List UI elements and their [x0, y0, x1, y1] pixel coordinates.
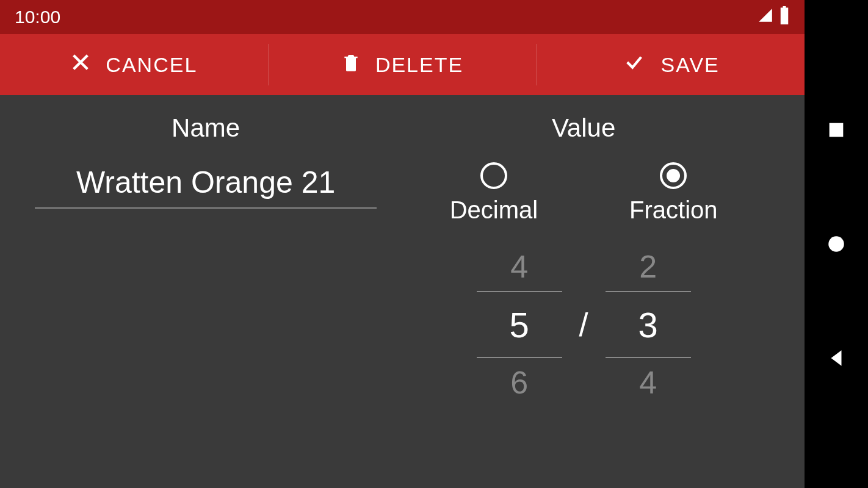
save-button[interactable]: SAVE — [537, 34, 805, 95]
value-column: Value Decimal Fraction 4 — [387, 113, 780, 488]
value-label: Value — [552, 113, 615, 143]
status-time: 10:00 — [15, 7, 60, 27]
check-icon — [622, 52, 646, 77]
radio-fraction-label: Fraction — [629, 196, 718, 224]
save-label: SAVE — [661, 53, 720, 77]
svg-point-1 — [828, 236, 844, 252]
signal-icon — [757, 7, 774, 27]
numerator-picker[interactable]: 4 5 6 — [477, 242, 562, 407]
svg-rect-0 — [830, 123, 844, 137]
screen: 10:00 CANCEL DE — [0, 0, 805, 488]
delete-button[interactable]: DELETE — [269, 34, 537, 95]
radio-dot-icon — [667, 169, 680, 182]
cancel-label: CANCEL — [106, 53, 197, 77]
radio-group: Decimal Fraction — [450, 162, 718, 224]
name-input[interactable] — [35, 160, 377, 209]
android-nav-bar — [805, 0, 868, 488]
battery-icon — [779, 6, 790, 29]
fraction-picker: 4 5 6 / 2 3 4 — [477, 242, 691, 407]
home-button[interactable] — [826, 234, 847, 254]
numerator-next: 6 — [510, 358, 528, 407]
action-bar: CANCEL DELETE SAVE — [0, 34, 805, 95]
name-label: Name — [172, 113, 240, 143]
fraction-slash: / — [579, 306, 588, 343]
denominator-next: 4 — [639, 358, 657, 407]
delete-label: DELETE — [375, 53, 463, 77]
status-icons — [757, 6, 790, 29]
content: Name Value Decimal Fraction — [0, 95, 805, 488]
radio-fraction[interactable]: Fraction — [629, 162, 718, 224]
denominator-prev: 2 — [639, 242, 657, 291]
trash-icon — [341, 51, 361, 79]
name-column: Name — [24, 113, 387, 488]
close-icon — [70, 52, 91, 77]
radio-circle-selected-icon — [660, 162, 687, 189]
cancel-button[interactable]: CANCEL — [0, 34, 268, 95]
radio-circle-icon — [480, 162, 507, 189]
denominator-picker[interactable]: 2 3 4 — [606, 242, 691, 407]
overview-button[interactable] — [826, 120, 847, 140]
back-button[interactable] — [826, 348, 847, 368]
denominator-current: 3 — [606, 291, 691, 358]
radio-decimal[interactable]: Decimal — [450, 162, 538, 224]
device-frame: 10:00 CANCEL DE — [0, 0, 868, 488]
numerator-prev: 4 — [510, 242, 528, 291]
numerator-current: 5 — [477, 291, 562, 358]
status-bar: 10:00 — [0, 0, 805, 34]
radio-decimal-label: Decimal — [450, 196, 538, 224]
